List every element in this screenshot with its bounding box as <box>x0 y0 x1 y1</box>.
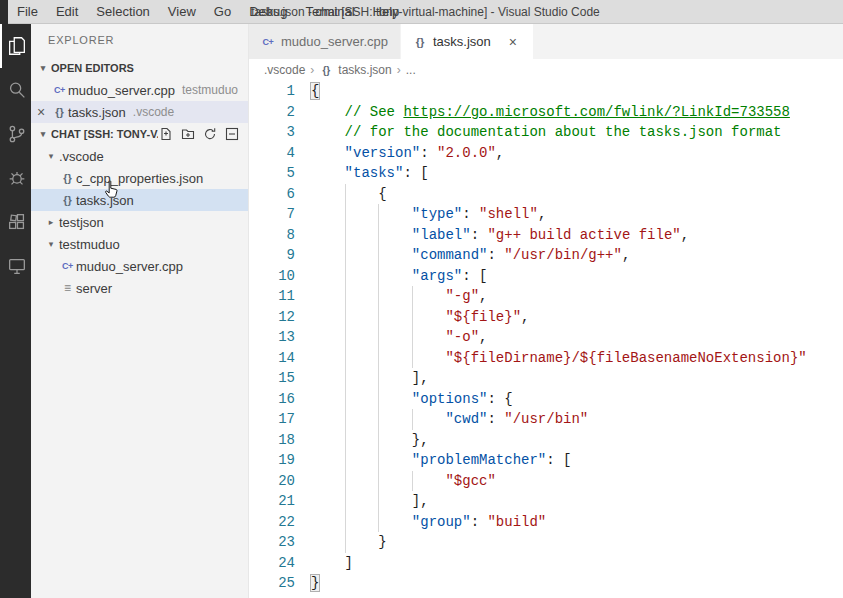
line-text: "problemMatcher": [ <box>311 452 571 468</box>
menu-edit[interactable]: Edit <box>47 0 87 23</box>
code-line[interactable]: 25} <box>249 573 843 594</box>
window-corner <box>0 0 8 24</box>
line-content: ] <box>311 553 353 574</box>
menu-selection[interactable]: Selection <box>87 0 158 23</box>
open-editor-description: testmuduo <box>182 83 238 97</box>
code-line[interactable]: 19 "problemMatcher": [ <box>249 450 843 471</box>
close-icon[interactable]: × <box>505 34 521 50</box>
code-line[interactable]: 13 "-o", <box>249 327 843 348</box>
code-line[interactable]: 17 "cwd": "/usr/bin" <box>249 409 843 430</box>
token-punct: : [ <box>403 165 428 181</box>
collapse-all-icon[interactable] <box>224 126 240 142</box>
line-text: "-o", <box>311 329 487 345</box>
folder-section-header[interactable]: ▾ CHAT [SSH: TONY-V... <box>31 123 248 145</box>
code-line[interactable]: 4 "version": "2.0.0", <box>249 143 843 164</box>
breadcrumb-tasks-json[interactable]: tasks.json <box>338 63 391 77</box>
open-editor-item-active[interactable]: × {} tasks.json .vscode <box>31 101 248 123</box>
code-line[interactable]: 23 } <box>249 532 843 553</box>
extensions-icon[interactable] <box>0 200 31 244</box>
code-line[interactable]: 14 "${fileDirname}/${fileBasenameNoExten… <box>249 348 843 369</box>
open-editor-description: .vscode <box>133 105 174 119</box>
line-text: } <box>311 534 387 550</box>
code-line[interactable]: 8 "label": "g++ build active file", <box>249 225 843 246</box>
code-line[interactable]: 24 ] <box>249 553 843 574</box>
code-line[interactable]: 16 "options": { <box>249 389 843 410</box>
code-line[interactable]: 3 // for the documentation about the tas… <box>249 122 843 143</box>
token-punct: , <box>479 288 487 304</box>
refresh-icon[interactable] <box>202 126 218 142</box>
code-line[interactable]: 21 ], <box>249 491 843 512</box>
json-file-icon: {} <box>59 194 76 206</box>
token-punct: } <box>311 575 319 591</box>
json-file-icon: {} <box>413 36 427 48</box>
tree-item-testjson[interactable]: ▸ testjson <box>31 211 248 233</box>
source-control-icon[interactable] <box>0 112 31 156</box>
line-text: "label": "g++ build active file", <box>311 227 689 243</box>
tree-item-server[interactable]: ≡ server <box>31 277 248 299</box>
code-line[interactable]: 15 ], <box>249 368 843 389</box>
code-line[interactable]: 20 "$gcc" <box>249 471 843 492</box>
line-text: "cwd": "/usr/bin" <box>311 411 588 427</box>
code-line[interactable]: 5 "tasks": [ <box>249 163 843 184</box>
line-text: "args": [ <box>311 268 487 284</box>
line-content: { <box>311 184 387 205</box>
breadcrumb-vscode[interactable]: .vscode <box>264 63 305 77</box>
code-line[interactable]: 22 "group": "build" <box>249 512 843 533</box>
search-icon[interactable] <box>0 68 31 112</box>
line-text: { <box>311 186 387 202</box>
remote-explorer-icon[interactable] <box>0 244 31 288</box>
menu-file[interactable]: File <box>8 0 47 23</box>
token-key: "version" <box>345 145 421 161</box>
code-line[interactable]: 9 "command": "/usr/bin/g++", <box>249 245 843 266</box>
new-folder-icon[interactable] <box>180 126 196 142</box>
tree-item-tasks-json[interactable]: {} tasks.json <box>31 189 248 211</box>
code-line[interactable]: 10 "args": [ <box>249 266 843 287</box>
menu-view[interactable]: View <box>159 0 205 23</box>
tree-item-testmuduo[interactable]: ▾ testmuduo <box>31 233 248 255</box>
tree-item-vscode[interactable]: ▾ .vscode <box>31 145 248 167</box>
line-number: 25 <box>249 573 295 594</box>
tree-item-label: testmuduo <box>59 237 120 252</box>
line-text: { <box>311 83 319 99</box>
menu-go[interactable]: Go <box>205 0 240 23</box>
line-number: 12 <box>249 307 295 328</box>
code-line[interactable]: 18 }, <box>249 430 843 451</box>
explorer-icon[interactable] <box>0 24 31 68</box>
line-number: 3 <box>249 122 295 143</box>
code-line[interactable]: 1{ <box>249 81 843 102</box>
chevron-right-icon: › <box>397 63 401 77</box>
code-line[interactable]: 7 "type": "shell", <box>249 204 843 225</box>
explorer-actions <box>158 126 248 142</box>
token-key: "problemMatcher" <box>412 452 546 468</box>
activity-bar <box>0 24 31 598</box>
close-icon[interactable]: × <box>31 104 51 120</box>
code-line[interactable]: 6 { <box>249 184 843 205</box>
open-editors-header[interactable]: ▾ OPEN EDITORS <box>31 57 248 79</box>
line-content: // See https://go.microsoft.com/fwlink/?… <box>311 102 790 123</box>
line-text: "${fileDirname}/${fileBasenameNoExtensio… <box>311 350 807 366</box>
line-content: "${file}", <box>311 307 529 328</box>
breadcrumb-symbol[interactable]: ... <box>406 63 416 77</box>
token-str: "-g" <box>445 288 479 304</box>
token-punct: ], <box>412 370 429 386</box>
code-line[interactable]: 2 // See https://go.microsoft.com/fwlink… <box>249 102 843 123</box>
sidebar-title: EXPLORER <box>31 24 248 57</box>
line-content: "command": "/usr/bin/g++", <box>311 245 630 266</box>
tab-tasks-json[interactable]: {} tasks.json × <box>401 24 534 59</box>
line-number: 18 <box>249 430 295 451</box>
new-file-icon[interactable] <box>158 126 174 142</box>
line-content: }, <box>311 430 429 451</box>
open-editor-item[interactable]: C+ muduo_server.cpp testmuduo <box>31 79 248 101</box>
line-text: "$gcc" <box>311 473 496 489</box>
token-punct: , <box>681 227 689 243</box>
tab-muduo-server-cpp[interactable]: C+ muduo_server.cpp <box>249 24 401 59</box>
cpp-file-icon: C+ <box>261 37 275 47</box>
tree-item-muduo-server-cpp[interactable]: C+ muduo_server.cpp <box>31 255 248 277</box>
code-editor[interactable]: 1{2 // See https://go.microsoft.com/fwli… <box>249 81 843 598</box>
line-text: "options": { <box>311 391 513 407</box>
tree-item-c-cpp-properties[interactable]: {} c_cpp_properties.json <box>31 167 248 189</box>
code-line[interactable]: 12 "${file}", <box>249 307 843 328</box>
code-line[interactable]: 11 "-g", <box>249 286 843 307</box>
line-number: 4 <box>249 143 295 164</box>
debug-icon[interactable] <box>0 156 31 200</box>
